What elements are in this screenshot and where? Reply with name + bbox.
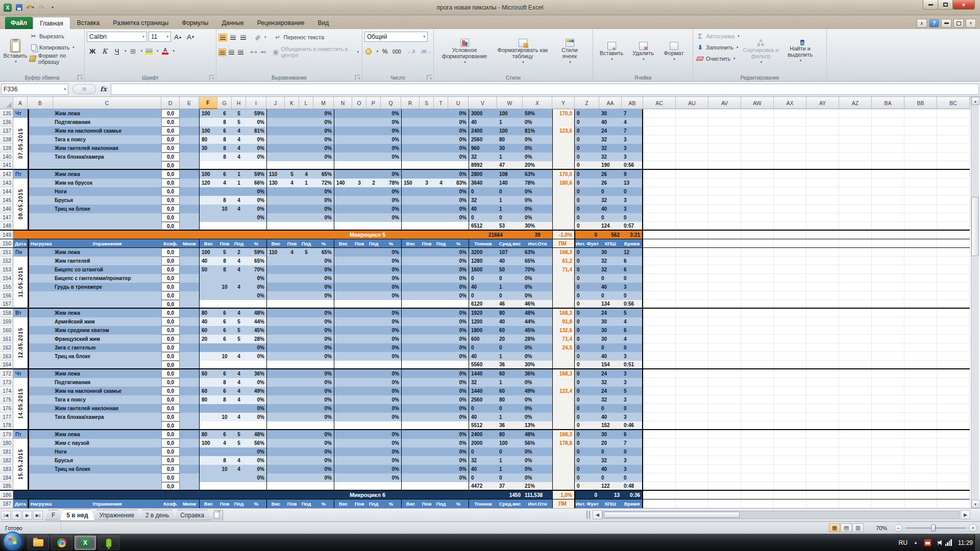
set1-weight[interactable] [199,153,217,161]
mult-cell[interactable] [180,187,199,196]
set4-percent[interactable]: 0% [448,335,469,343]
workbook-close-button[interactable]: × [966,19,976,28]
set2-percent[interactable]: 0% [313,404,334,413]
set4-reps[interactable] [420,326,434,335]
pm-cell[interactable] [552,205,575,213]
set4-sets[interactable] [434,291,448,300]
set2-reps[interactable] [285,309,299,317]
set-weight[interactable] [334,361,352,369]
set1-percent[interactable]: 45% [246,326,266,335]
cycle-time[interactable]: 3:21 [622,231,643,239]
column-header-AC[interactable]: AC [643,97,676,109]
set1-sets[interactable] [232,291,246,300]
set-weight[interactable] [334,161,352,170]
set-weight[interactable] [266,421,285,430]
set3-percent[interactable]: 0% [381,447,401,456]
load-cell[interactable] [28,257,53,265]
set2-reps[interactable] [285,430,299,439]
set4-weight[interactable] [401,465,420,473]
set2-weight[interactable] [266,343,285,352]
int-funt-cell[interactable]: 0 [575,317,599,326]
set2-sets[interactable] [299,187,313,196]
mult-cell[interactable] [180,473,199,482]
load-cell[interactable] [28,265,53,274]
set4-sets[interactable] [434,109,448,118]
avg-weight-cell[interactable]: 80 [497,135,523,144]
kpsh-cell[interactable]: 40 [599,283,622,291]
set3-weight[interactable] [334,387,352,395]
set3-sets[interactable] [366,213,381,222]
pm-cell[interactable] [552,456,575,465]
set4-weight[interactable]: 150 [401,179,420,187]
set1-percent[interactable]: 66% [246,179,266,187]
set2-weight[interactable] [266,378,285,387]
set4-sets[interactable] [434,205,448,213]
set2-sets[interactable] [299,413,313,421]
set-reps[interactable] [217,482,232,491]
set2-percent[interactable]: 0% [313,473,334,482]
header-reps[interactable]: Пов [420,239,434,248]
pm-cell[interactable]: 168,3 [552,309,575,317]
load-cell[interactable] [28,378,53,387]
column-header-Q[interactable]: Q [381,97,401,109]
int-funt-cell[interactable]: 0 [575,291,599,300]
header-percent[interactable]: % [448,499,469,508]
set2-sets[interactable] [299,135,313,144]
grid-empty-cells[interactable] [643,257,970,265]
set1-percent[interactable]: 0% [246,291,266,300]
set4-percent[interactable]: 0% [448,291,469,300]
set1-percent[interactable]: 0% [246,465,266,473]
time-cell[interactable]: 3 [622,144,643,153]
set3-reps[interactable] [352,205,366,213]
column-header-P[interactable]: P [366,97,381,109]
comma-style-button[interactable]: 000 [391,46,402,57]
set3-percent[interactable]: 0% [381,187,401,196]
int-funt-cell[interactable]: 0 [575,413,599,421]
mult-cell[interactable] [180,257,199,265]
coef-cell[interactable]: 0,0 [161,170,180,179]
avg-weight-cell[interactable]: 0 [497,213,523,222]
intensity-cell[interactable]: 49% [523,387,552,395]
set4-sets[interactable] [434,378,448,387]
set4-weight[interactable] [401,473,420,482]
pm-cell[interactable] [552,404,575,413]
set4-reps[interactable] [420,369,434,378]
intensity-total[interactable]: 21% [523,482,552,491]
intensity-cell[interactable]: 36% [523,369,552,378]
set2-percent[interactable]: 65% [313,248,334,257]
coef-cell[interactable]: 0,0 [161,343,180,352]
set3-sets[interactable] [366,395,381,404]
header-weight[interactable]: Вес [401,239,420,248]
set-reps[interactable] [420,482,434,491]
coef-cell[interactable]: 0,0 [161,144,180,153]
set1-reps[interactable] [217,447,232,456]
set3-weight[interactable] [334,248,352,257]
set1-weight[interactable] [199,291,217,300]
set4-percent[interactable]: 0% [448,465,469,473]
set1-percent[interactable]: 0% [246,274,266,283]
set4-sets[interactable] [434,274,448,283]
coef-cell[interactable]: 0,0 [161,213,180,222]
set-sets[interactable] [366,361,381,369]
mult-cell[interactable] [180,430,199,439]
set-sets[interactable] [232,300,246,309]
mult-cell[interactable] [180,309,199,317]
time-cell[interactable]: 0 [622,187,643,196]
header-load[interactable]: Нагрузка [28,499,53,508]
set1-weight[interactable] [199,404,217,413]
set2-sets[interactable] [299,439,313,447]
set3-percent[interactable]: 0% [381,473,401,482]
set1-sets[interactable]: 4 [232,127,246,135]
set3-percent[interactable]: 0% [381,369,401,378]
set3-sets[interactable] [366,456,381,465]
pm-cell[interactable] [552,222,575,231]
set1-weight[interactable]: 50 [199,265,217,274]
cycle-time[interactable]: 0:36 [622,491,643,499]
tonnage-cell[interactable]: 0 [469,473,497,482]
load-cell[interactable] [28,274,53,283]
header-mult[interactable]: Множ [180,499,199,508]
set-reps[interactable] [285,482,299,491]
coef-cell[interactable]: 0,0 [161,291,180,300]
set1-sets[interactable]: 4 [232,352,246,361]
set4-percent[interactable]: 0% [448,404,469,413]
